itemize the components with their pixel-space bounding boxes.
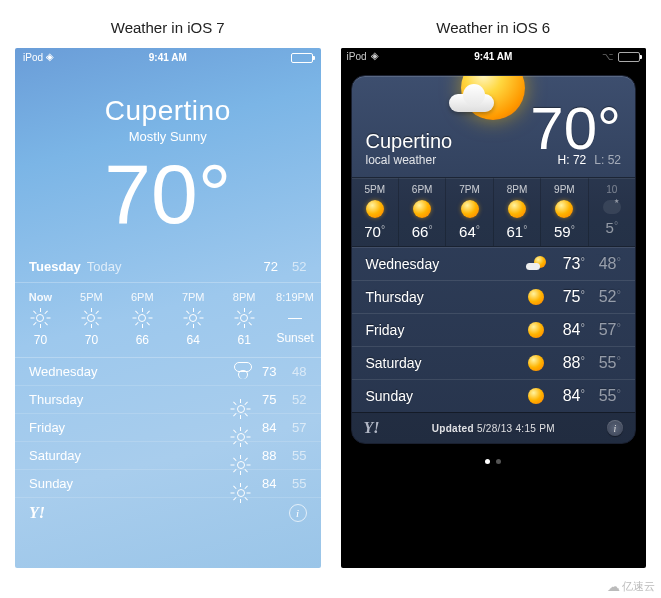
yahoo-icon[interactable]: Y! <box>364 419 380 437</box>
forecast-lo: 55 <box>277 476 307 491</box>
battery-icon <box>618 52 640 62</box>
forecast-row: Wednesday 73 48 <box>352 247 636 280</box>
forecast-hi: 84 <box>549 387 585 405</box>
hour-temp: 59 <box>554 223 575 240</box>
forecast-lo: 48 <box>277 364 307 379</box>
sun-icon <box>133 309 151 327</box>
daily-forecast[interactable]: Wednesday 73 48 Thursday 75 52 Friday 84… <box>15 358 321 498</box>
hour-time: 8PM <box>507 184 528 195</box>
hour-time: 6PM <box>412 184 433 195</box>
forecast-lo: 55 <box>277 448 307 463</box>
sun-icon <box>461 200 479 218</box>
forecast-row: Saturday 88 55 <box>352 346 636 379</box>
hourly-cell: 7PM 64 <box>446 178 493 246</box>
device-label: iPod <box>23 52 43 63</box>
hour-time: 10 <box>606 184 617 195</box>
hourly-cell: 6PM 66 <box>117 291 168 347</box>
forecast-lo: 55 <box>585 354 621 372</box>
sun-icon <box>235 309 253 327</box>
forecast-row: Thursday 75 52 <box>15 386 321 414</box>
hour-temp: Sunset <box>276 331 313 345</box>
forecast-lo: 57 <box>277 420 307 435</box>
forecast-row: Wednesday 73 48 <box>15 358 321 386</box>
hour-temp: 61 <box>507 223 528 240</box>
hour-temp: 66 <box>412 223 433 240</box>
hour-temp: 61 <box>237 333 250 347</box>
weather-graphic <box>461 75 525 120</box>
today-hi: 72 <box>264 259 278 274</box>
hourly-cell: 5PM 70 <box>352 178 399 246</box>
hourly-cell: 9PM 59 <box>541 178 588 246</box>
condition-label: Mostly Sunny <box>15 129 321 144</box>
hour-temp: 70 <box>364 223 385 240</box>
hourly-cell: Now 70 <box>15 291 66 347</box>
forecast-hi: 75 <box>549 288 585 306</box>
hourly-cell: 8:19PM — Sunset <box>270 291 321 347</box>
ios6-screen: iPod ⌔ 9:41 AM ⌥ 70° Cupertino <box>341 48 647 568</box>
today-row: TuesdayToday 72 52 <box>15 251 321 283</box>
info-icon[interactable]: i <box>289 504 307 522</box>
yahoo-icon[interactable]: Y! <box>29 504 45 522</box>
ios6-column: Weather in iOS 6 iPod ⌔ 9:41 AM ⌥ 7 <box>341 5 647 568</box>
updated-time: 5/28/13 4:15 PM <box>477 423 555 434</box>
city-name: Cupertino <box>15 95 321 127</box>
sunset-icon: — <box>288 309 302 325</box>
hourly-cell: 7PM 64 <box>168 291 219 347</box>
info-icon[interactable]: i <box>607 420 623 436</box>
hourly-cell: 5PM 70 <box>66 291 117 347</box>
hour-temp: 5 <box>606 219 619 236</box>
forecast-row: Friday 84 57 <box>352 313 636 346</box>
ios6-title: Weather in iOS 6 <box>341 5 647 48</box>
hour-time: 9PM <box>554 184 575 195</box>
forecast-day: Friday <box>366 322 524 338</box>
battery-icon <box>291 53 313 63</box>
ios7-column: Weather in iOS 7 iPod ⌔ 9:41 AM Cupertin… <box>15 5 321 568</box>
forecast-day: Friday <box>29 420 217 435</box>
forecast-hi: 88 <box>549 354 585 372</box>
hourly-cell: 8PM 61 <box>494 178 541 246</box>
hour-temp: 70 <box>34 333 47 347</box>
sun-icon <box>82 309 100 327</box>
hourly-forecast[interactable]: 5PM 70 6PM 66 7PM 64 8PM 61 9PM 59 10 5 <box>352 177 636 247</box>
forecast-row: Thursday 75 52 <box>352 280 636 313</box>
forecast-day: Wednesday <box>29 364 217 379</box>
forecast-row: Sunday 84 55 <box>352 379 636 412</box>
hour-time: 6PM <box>131 291 154 303</box>
sun-icon <box>508 200 526 218</box>
hourly-forecast[interactable]: Now 70 5PM 70 6PM 66 7PM 64 8PM 61 8:19P… <box>15 283 321 358</box>
today-label: Today <box>87 259 122 274</box>
hour-temp: 70 <box>85 333 98 347</box>
hour-time: 7PM <box>459 184 480 195</box>
subtitle: local weather <box>366 153 622 167</box>
hour-time: 8PM <box>233 291 256 303</box>
partly-cloudy-icon <box>526 256 546 272</box>
weather-hero: Cupertino Mostly Sunny 70° <box>15 65 321 251</box>
hour-temp: 64 <box>187 333 200 347</box>
forecast-day: Sunday <box>29 476 217 491</box>
hourly-cell: 6PM 66 <box>399 178 446 246</box>
watermark: ☁亿速云 <box>607 579 655 594</box>
forecast-day: Thursday <box>366 289 524 305</box>
night-icon <box>603 200 621 214</box>
device-label: iPod <box>347 51 367 62</box>
hour-temp: 66 <box>136 333 149 347</box>
forecast-hi: 84 <box>247 476 277 491</box>
forecast-day: Sunday <box>366 388 524 404</box>
ios7-screen: iPod ⌔ 9:41 AM Cupertino Mostly Sunny 70… <box>15 48 321 568</box>
forecast-day: Thursday <box>29 392 217 407</box>
today-day: Tuesday <box>29 259 81 274</box>
forecast-hi: 84 <box>247 420 277 435</box>
daily-forecast[interactable]: Wednesday 73 48 Thursday 75 52 Friday 84… <box>352 247 636 412</box>
footer: Y! i <box>15 498 321 530</box>
bluetooth-icon: ⌥ <box>602 51 614 62</box>
forecast-hi: 73 <box>549 255 585 273</box>
sun-icon <box>366 200 384 218</box>
forecast-row: Saturday 88 55 <box>15 442 321 470</box>
sun-icon <box>31 309 49 327</box>
sun-icon <box>528 388 544 404</box>
card-footer: Y! Updated 5/28/13 4:15 PM i <box>352 412 636 443</box>
page-indicator[interactable] <box>341 444 647 474</box>
updated-label: Updated <box>432 423 474 434</box>
sun-icon <box>413 200 431 218</box>
forecast-row: Sunday 84 55 <box>15 470 321 498</box>
